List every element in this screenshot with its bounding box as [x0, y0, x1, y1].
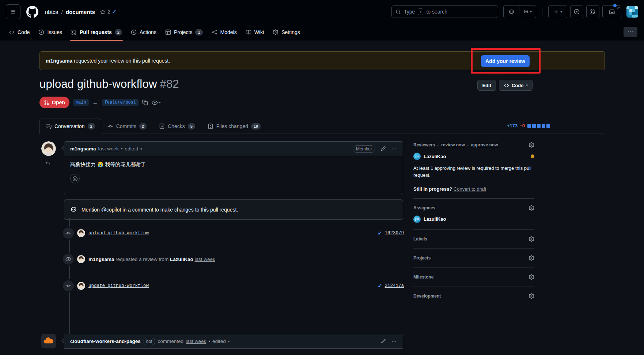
breadcrumb-repo[interactable]: documents: [66, 9, 95, 15]
check-icon[interactable]: ✓: [378, 230, 382, 236]
issues-dashboard-button[interactable]: [570, 5, 583, 18]
banner-actor[interactable]: m1ngsama: [46, 58, 72, 64]
review-request-timestamp[interactable]: last week: [194, 257, 215, 262]
bot-timestamp[interactable]: last week: [186, 339, 206, 344]
tab-checks[interactable]: Checks5: [153, 119, 201, 134]
assignee-avatar: gxh: [413, 216, 421, 223]
tab-files-changed[interactable]: Files changed19: [201, 119, 267, 134]
convert-to-draft-link[interactable]: Convert to draft: [454, 186, 486, 192]
tab-wiki[interactable]: Wiki: [243, 23, 267, 41]
chevron-down-icon: ▾: [526, 83, 528, 87]
bot-comment-header: cloudflare-workers-and-pages bot comment…: [64, 334, 403, 349]
comment-author-avatar[interactable]: [41, 141, 56, 156]
development-section: Development: [413, 287, 534, 306]
pr-status-row: Open main ← feature/post ▾: [39, 97, 161, 108]
reviewer-name[interactable]: LazuliKao: [424, 154, 446, 159]
edit-comment-icon[interactable]: [380, 339, 386, 344]
inbox-button[interactable]: ↗: [602, 5, 621, 18]
committer-avatar[interactable]: [77, 282, 85, 290]
edit-comment-icon[interactable]: [380, 146, 386, 152]
create-new-button[interactable]: ▾: [548, 5, 567, 18]
comment-options-icon[interactable]: [391, 339, 397, 344]
dash: –: [467, 142, 469, 147]
commit-message-link[interactable]: update github-workflow: [88, 283, 149, 288]
gear-icon[interactable]: [529, 293, 534, 299]
assignee-row[interactable]: gxh LazuliKao: [413, 216, 534, 223]
commit-sha-link[interactable]: 1623079: [384, 231, 404, 236]
still-in-progress-label: Still in progress?: [413, 186, 452, 192]
tab-settings[interactable]: Settings: [270, 23, 303, 41]
tab-projects[interactable]: Projects1: [162, 23, 206, 41]
slash-key-hint: /: [418, 8, 423, 15]
github-pr-page: nbtca / documents 2 ✓ Type / to search ▾…: [0, 0, 644, 355]
eye-icon: [63, 254, 74, 265]
watch-dropdown[interactable]: ▾: [152, 100, 161, 106]
committer-avatar[interactable]: [77, 229, 85, 237]
member-badge: Member: [353, 145, 375, 153]
approve-now-link[interactable]: approve now: [471, 142, 498, 147]
review-request-reviewer[interactable]: LazuliKao: [170, 257, 193, 262]
commit-sha-link[interactable]: 212417a: [384, 283, 404, 288]
gear-icon[interactable]: [529, 205, 534, 211]
copilot-mention-box: Mention @copilot in a comment to make ch…: [64, 199, 403, 220]
reviewer-row[interactable]: gxh LazuliKao: [413, 153, 534, 160]
copilot-menu-button[interactable]: ▾: [519, 5, 536, 18]
actor-avatar[interactable]: [77, 255, 85, 263]
bot-comment-author[interactable]: cloudflare-workers-and-pages: [70, 339, 141, 344]
checklist-icon: [159, 123, 165, 129]
edited-history-dropdown[interactable]: ▾: [140, 147, 142, 151]
pending-review-dot: [531, 154, 534, 158]
gear-icon[interactable]: [529, 142, 534, 148]
gear-icon[interactable]: [529, 274, 534, 280]
user-avatar[interactable]: [626, 6, 638, 18]
commit-icon: [107, 123, 113, 129]
tab-issues[interactable]: Issues: [35, 23, 65, 41]
tab-commits[interactable]: Commits2: [101, 119, 153, 134]
copilot-button[interactable]: [503, 5, 519, 18]
breadcrumb-org[interactable]: nbtca: [45, 9, 58, 15]
tab-code[interactable]: Code: [6, 23, 33, 41]
assignee-name[interactable]: LazuliKao: [424, 216, 446, 222]
nav-overflow-button[interactable]: [624, 27, 637, 37]
hamburger-menu-button[interactable]: [6, 4, 20, 19]
pr-state-badge: Open: [39, 97, 69, 108]
review-request-actor[interactable]: m1ngsama: [88, 257, 114, 262]
head-branch-label[interactable]: feature/post: [102, 99, 139, 106]
code-dropdown-button[interactable]: Code ▾: [499, 80, 533, 91]
dot-separator: •: [121, 146, 123, 152]
reviewer-avatar: gxh: [413, 153, 421, 160]
search-icon: [395, 9, 401, 15]
gear-icon[interactable]: [529, 236, 534, 242]
edit-button[interactable]: Edit: [477, 80, 496, 91]
review-request-action: requested a review from: [115, 257, 168, 262]
comment-author[interactable]: m1ngsama: [70, 146, 96, 152]
base-branch-label[interactable]: main: [73, 99, 89, 106]
status-check-icon[interactable]: ✓: [112, 8, 117, 15]
assignees-section: Assignees gxh LazuliKao: [413, 198, 534, 229]
commit-message-link[interactable]: upload github-workflow: [88, 231, 149, 236]
review-now-link[interactable]: review now: [441, 142, 465, 147]
breadcrumb-separator: /: [61, 9, 63, 15]
check-icon[interactable]: ✓: [378, 283, 382, 289]
add-your-review-button[interactable]: Add your review: [481, 55, 530, 67]
pull-requests-dashboard-button[interactable]: [586, 5, 599, 18]
bot-avatar[interactable]: [41, 334, 56, 348]
edited-history-dropdown[interactable]: ▾: [228, 340, 230, 343]
comment-timestamp[interactable]: last week: [98, 146, 119, 152]
copy-branch-icon[interactable]: [142, 100, 148, 105]
comment-options-icon[interactable]: [391, 146, 397, 152]
tab-models[interactable]: Models: [209, 23, 240, 41]
issue-icon: [38, 29, 44, 35]
tab-actions[interactable]: Actions: [128, 23, 159, 41]
github-logo[interactable]: [26, 6, 38, 18]
tab-pull-requests[interactable]: Pull requests2: [68, 23, 125, 41]
gear-icon[interactable]: [529, 255, 534, 261]
edited-label: edited: [212, 339, 226, 344]
search-input[interactable]: Type / to search: [391, 5, 498, 18]
star-icon[interactable]: [100, 9, 106, 15]
tab-conversation[interactable]: Conversation2: [39, 119, 101, 134]
add-reaction-button[interactable]: [70, 174, 80, 183]
reply-icon[interactable]: [45, 160, 51, 167]
commit-icon: [63, 228, 74, 239]
pr-tab-bar: Conversation2 Commits2 Checks5 Files cha…: [39, 119, 605, 134]
